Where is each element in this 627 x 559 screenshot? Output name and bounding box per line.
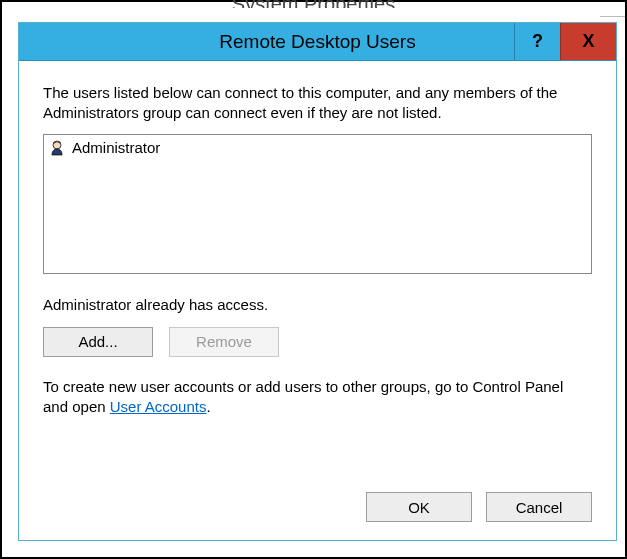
hint-text: To create new user accounts or add users… <box>43 377 592 418</box>
intro-text: The users listed below can connect to th… <box>43 83 592 124</box>
cancel-button[interactable]: Cancel <box>486 492 592 522</box>
close-button[interactable]: X <box>560 23 616 60</box>
close-icon: X <box>582 31 594 52</box>
remove-button: Remove <box>169 327 279 357</box>
spacer <box>43 417 592 484</box>
users-listbox[interactable]: Administrator <box>43 134 592 274</box>
parent-window-title: System Properties <box>2 0 625 8</box>
divider <box>600 16 625 17</box>
status-text: Administrator already has access. <box>43 296 592 313</box>
dialog-footer: OK Cancel <box>43 484 592 522</box>
ok-button[interactable]: OK <box>366 492 472 522</box>
list-item[interactable]: Administrator <box>50 139 585 157</box>
ok-button-label: OK <box>408 499 430 516</box>
user-accounts-link[interactable]: User Accounts <box>110 398 207 415</box>
dialog-content: The users listed below can connect to th… <box>19 61 616 540</box>
remote-desktop-users-dialog: Remote Desktop Users ? X The users liste… <box>18 22 617 541</box>
remove-button-label: Remove <box>196 333 252 350</box>
help-icon: ? <box>532 31 543 52</box>
user-icon <box>50 139 68 157</box>
hint-post: . <box>206 398 210 415</box>
outer-frame: System Properties Remote Desktop Users ?… <box>0 0 627 559</box>
user-buttons-row: Add... Remove <box>43 327 592 357</box>
add-button-label: Add... <box>78 333 117 350</box>
user-name: Administrator <box>72 139 160 156</box>
help-button[interactable]: ? <box>514 23 560 60</box>
cancel-button-label: Cancel <box>516 499 563 516</box>
add-button[interactable]: Add... <box>43 327 153 357</box>
titlebar[interactable]: Remote Desktop Users ? X <box>19 23 616 61</box>
